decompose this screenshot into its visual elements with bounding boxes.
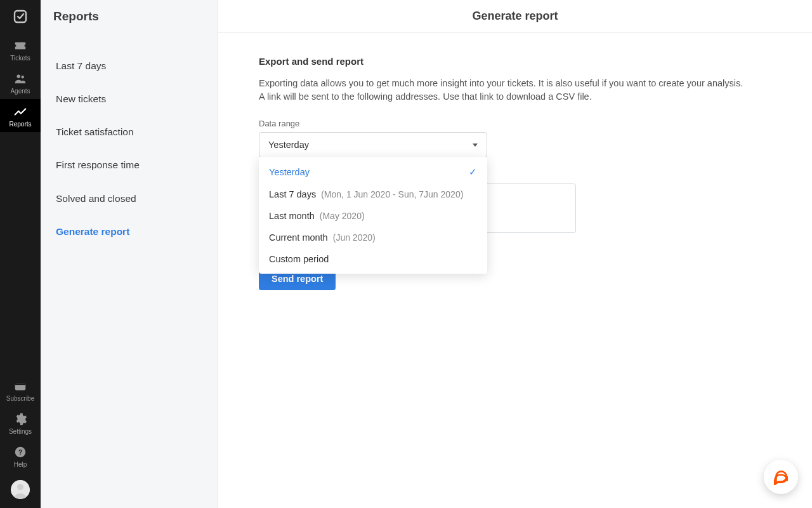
chat-bubble-icon <box>773 469 789 485</box>
dropdown-option-last-7-days[interactable]: Last 7 days (Mon, 1 Jun 2020 - Sun, 7Jun… <box>259 184 487 205</box>
svg-point-1 <box>17 75 21 79</box>
ticket-icon <box>13 39 27 53</box>
svg-text:?: ? <box>18 449 22 456</box>
rail-item-subscribe[interactable]: Subscribe <box>0 373 41 406</box>
data-range-dropdown: Yesterday ✓ Last 7 days (Mon, 1 Jun 2020… <box>259 157 487 274</box>
sidebar-item-new-tickets[interactable]: New tickets <box>41 86 218 112</box>
section-title: Export and send report <box>259 56 771 67</box>
icon-rail: Tickets Agents Reports Subscribe Se <box>0 0 41 508</box>
chat-fab[interactable] <box>764 460 798 494</box>
settings-gear-icon <box>13 412 27 426</box>
check-icon: ✓ <box>469 166 477 178</box>
option-label: Last 7 days <box>269 189 316 199</box>
rail-item-label: Help <box>14 461 27 468</box>
app-logo-icon <box>0 0 41 33</box>
dropdown-option-last-month[interactable]: Last month (May 2020) <box>259 205 487 227</box>
sidebar-item-generate-report[interactable]: Generate report <box>41 219 218 244</box>
rail-nav-bottom: Subscribe Settings ? Help <box>0 373 41 472</box>
page-title: Generate report <box>218 0 812 33</box>
rail-item-agents[interactable]: Agents <box>0 66 41 99</box>
section-description: Exporting data allows you to get much mo… <box>259 77 771 104</box>
data-range-value: Yesterday <box>268 140 309 150</box>
option-range: (Jun 2020) <box>333 232 376 243</box>
dropdown-option-custom-period[interactable]: Custom period <box>259 248 487 270</box>
sidebar-item-ticket-satisfaction[interactable]: Ticket satisfaction <box>41 119 218 145</box>
sidebar-list: Last 7 days New tickets Ticket satisfact… <box>41 33 218 244</box>
main-panel: Generate report Export and send report E… <box>218 0 812 508</box>
reports-icon <box>13 105 27 119</box>
sidebar-item-first-response-time[interactable]: First response time <box>41 152 218 178</box>
caret-down-icon <box>473 144 478 147</box>
desc-line2: A link will be sent to the following add… <box>259 91 592 102</box>
rail-item-label: Settings <box>9 428 32 435</box>
dropdown-option-yesterday[interactable]: Yesterday ✓ <box>259 161 487 184</box>
user-avatar[interactable] <box>11 480 30 499</box>
svg-rect-4 <box>15 383 26 385</box>
dropdown-option-current-month[interactable]: Current month (Jun 2020) <box>259 227 487 248</box>
option-label: Current month <box>269 232 328 243</box>
rail-item-reports[interactable]: Reports <box>0 99 41 132</box>
reports-sidebar: Reports Last 7 days New tickets Ticket s… <box>41 0 218 508</box>
desc-line1: Exporting data allows you to get much mo… <box>259 78 743 88</box>
agents-icon <box>13 72 27 86</box>
rail-nav-top: Tickets Agents Reports <box>0 33 41 132</box>
data-range-label: Data range <box>259 119 771 128</box>
sidebar-item-last-7-days[interactable]: Last 7 days <box>41 53 218 79</box>
rail-item-help[interactable]: ? Help <box>0 439 41 472</box>
svg-point-2 <box>21 76 23 78</box>
sidebar-item-solved-and-closed[interactable]: Solved and closed <box>41 186 218 211</box>
option-range: (Mon, 1 Jun 2020 - Sun, 7Jun 2020) <box>321 189 463 199</box>
option-label: Yesterday <box>269 167 310 177</box>
option-label: Custom period <box>269 254 329 264</box>
rail-item-label: Subscribe <box>6 395 34 402</box>
rail-item-settings[interactable]: Settings <box>0 406 41 439</box>
rail-item-label: Agents <box>10 88 30 95</box>
content-area: Export and send report Exporting data al… <box>218 33 812 290</box>
rail-item-label: Reports <box>9 121 31 128</box>
svg-point-8 <box>17 484 23 490</box>
option-label: Last month <box>269 211 315 221</box>
data-range-select[interactable]: Yesterday <box>259 132 487 157</box>
sidebar-title: Reports <box>41 0 218 33</box>
option-range: (May 2020) <box>320 211 365 221</box>
help-icon: ? <box>13 445 27 459</box>
subscribe-icon <box>13 379 27 393</box>
rail-item-tickets[interactable]: Tickets <box>0 33 41 66</box>
rail-item-label: Tickets <box>10 55 30 62</box>
